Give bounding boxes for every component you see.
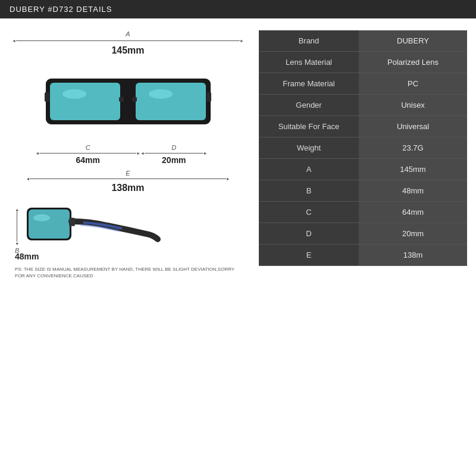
dim-d-section: D ◄ ► 20mm	[140, 144, 208, 165]
spec-value: 23.7G	[359, 137, 467, 159]
spec-label: Brand	[259, 30, 359, 52]
spec-value: Unisex	[359, 95, 467, 116]
dim-b-value: 48mm	[15, 252, 39, 261]
glasses-front-svg	[42, 67, 214, 139]
main-content: A ◄ ► 145mm	[0, 18, 476, 474]
spec-label: Suitable For Face	[259, 116, 359, 137]
spec-value: Universal	[359, 116, 467, 137]
spec-label: Lens Material	[259, 52, 359, 73]
svg-point-8	[62, 89, 86, 99]
d-arrow-right-icon: ►	[203, 151, 208, 155]
dim-c-section: C ◄ ► 64mm	[35, 144, 140, 165]
spec-row: D20mm	[259, 223, 467, 245]
svg-rect-11	[29, 209, 70, 239]
spec-label: Weight	[259, 137, 359, 159]
dim-c-label: C	[86, 144, 90, 151]
spec-value: PC	[359, 73, 467, 95]
svg-rect-2	[136, 83, 206, 120]
spec-value: DUBERY	[359, 30, 467, 52]
header-title: DUBERY #D732 DETAILS	[10, 5, 112, 14]
e-arrow-left-icon: ◄	[26, 177, 30, 181]
arrow-right-icon: ►	[240, 39, 244, 43]
spec-label: B	[259, 180, 359, 202]
ps-note: PS: THE SIZE IS MANUAL MEASUREMENT BY HA…	[12, 266, 244, 279]
spec-row: Suitable For FaceUniversal	[259, 116, 467, 137]
spec-label: C	[259, 202, 359, 223]
spec-row: B48mm	[259, 180, 467, 202]
svg-rect-4	[119, 97, 124, 102]
spec-label: D	[259, 223, 359, 245]
dim-cd-row: C ◄ ► 64mm D ◄ ► 20mm	[29, 144, 227, 165]
svg-rect-13	[69, 218, 75, 226]
arrow-left-icon: ◄	[12, 39, 16, 43]
spec-label: A	[259, 159, 359, 180]
glasses-side-svg	[24, 199, 161, 255]
spec-label: Gender	[259, 95, 359, 116]
spec-value: 20mm	[359, 223, 467, 245]
dim-a-arrow: ◄ ►	[12, 39, 244, 43]
spec-row: C64mm	[259, 202, 467, 223]
spec-row: Frame MaterialPC	[259, 73, 467, 95]
side-view-section: ▲ ▼ B	[12, 199, 244, 258]
dim-c-value: 64mm	[76, 155, 99, 165]
dim-a-label: A	[12, 30, 244, 37]
dim-a-value: 145mm	[12, 45, 244, 56]
b-arrow-up-icon: ▲	[15, 208, 19, 212]
c-arrow-left-icon: ◄	[35, 151, 39, 155]
specs-panel: BrandDUBERYLens MaterialPolarized LensFr…	[256, 18, 476, 474]
glasses-side-view	[24, 199, 161, 258]
spec-value: 138m	[359, 245, 467, 266]
svg-point-12	[33, 214, 50, 221]
svg-rect-1	[50, 83, 120, 120]
dim-e-section: E ◄ ► 138mm	[26, 170, 230, 195]
dim-a-section: A ◄ ► 145mm	[12, 30, 244, 58]
spec-row: Weight23.7G	[259, 137, 467, 159]
spec-row: BrandDUBERY	[259, 30, 467, 52]
dim-c-arrow: ◄ ►	[35, 151, 140, 155]
spec-row: Lens MaterialPolarized Lens	[259, 52, 467, 73]
spec-label: E	[259, 245, 359, 266]
spec-value: Polarized Lens	[359, 52, 467, 73]
spec-value: 48mm	[359, 180, 467, 202]
c-arrow-right-icon: ►	[136, 151, 140, 155]
page-header: DUBERY #D732 DETAILS	[0, 0, 476, 18]
dim-b-section: ▲ ▼ B	[15, 208, 19, 254]
svg-point-9	[149, 89, 173, 99]
svg-rect-7	[206, 92, 211, 102]
b-arrow-down-icon: ▼	[15, 242, 19, 246]
specs-table: BrandDUBERYLens MaterialPolarized LensFr…	[259, 30, 467, 266]
spec-value: 64mm	[359, 202, 467, 223]
spec-value: 145mm	[359, 159, 467, 180]
spec-row: GenderUnisex	[259, 95, 467, 116]
dim-a-line: ◄ ►	[12, 39, 244, 43]
dim-d-label: D	[171, 144, 176, 151]
svg-rect-5	[132, 97, 137, 102]
d-arrow-left-icon: ◄	[140, 151, 145, 155]
spec-row: A145mm	[259, 159, 467, 180]
spec-row: E138m	[259, 245, 467, 266]
b-vertical-line	[17, 212, 17, 242]
diagram-panel: A ◄ ► 145mm	[0, 18, 256, 474]
glasses-front-view	[12, 67, 244, 139]
dim-e-arrow: ◄ ►	[26, 177, 230, 181]
e-arrow-right-icon: ►	[226, 177, 230, 181]
dim-e-value: 138mm	[26, 183, 230, 193]
dim-d-value: 20mm	[162, 155, 186, 165]
dim-d-arrow: ◄ ►	[140, 151, 208, 155]
dim-e-label: E	[26, 170, 230, 177]
spec-label: Frame Material	[259, 73, 359, 95]
svg-rect-6	[45, 92, 49, 102]
